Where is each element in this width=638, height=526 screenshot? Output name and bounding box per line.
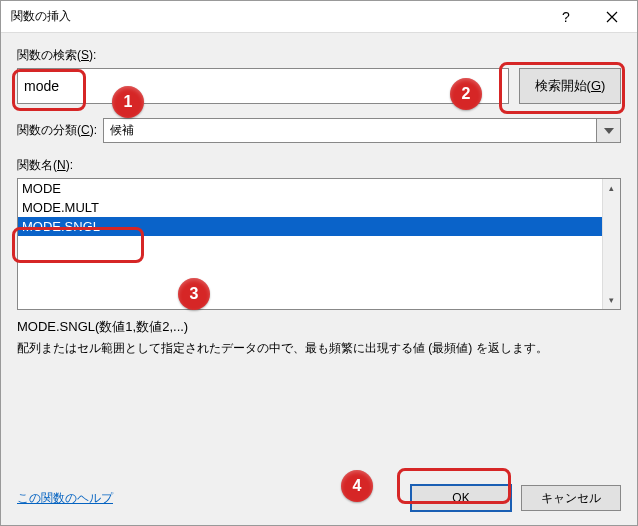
function-syntax: MODE.SNGL(数値1,数値2,...) xyxy=(17,318,621,336)
function-label-prefix: 関数名( xyxy=(17,158,57,172)
list-item[interactable]: MODE.MULT xyxy=(18,198,602,217)
insert-function-dialog: 関数の挿入 ? 関数の検索(S): 検索開始(G) 関数の分類(C): 候補 xyxy=(0,0,638,526)
scrollbar[interactable]: ▴ ▾ xyxy=(602,179,620,309)
dialog-content: 関数の検索(S): 検索開始(G) 関数の分類(C): 候補 関数名(N): M… xyxy=(1,33,637,475)
search-start-button[interactable]: 検索開始(G) xyxy=(519,68,621,104)
titlebar: 関数の挿入 ? xyxy=(1,1,637,33)
category-select[interactable]: 候補 xyxy=(103,118,621,143)
function-label-suffix: ): xyxy=(66,158,73,172)
function-label-key: N xyxy=(57,158,66,172)
list-item[interactable]: MODE xyxy=(18,179,602,198)
category-label: 関数の分類(C): xyxy=(17,122,97,139)
search-button-suffix: ) xyxy=(601,78,605,93)
search-label-suffix: ): xyxy=(89,48,96,62)
list-item[interactable]: MODE.SNGL xyxy=(18,217,602,236)
function-name-label: 関数名(N): xyxy=(17,157,621,174)
ok-button[interactable]: OK xyxy=(411,485,511,511)
search-label: 関数の検索(S): xyxy=(17,47,621,64)
chevron-down-icon[interactable] xyxy=(596,119,620,142)
scroll-up-icon[interactable]: ▴ xyxy=(603,179,620,197)
category-select-value: 候補 xyxy=(104,119,596,142)
cancel-button[interactable]: キャンセル xyxy=(521,485,621,511)
function-help-link[interactable]: この関数のヘルプ xyxy=(17,490,113,507)
search-label-prefix: 関数の検索( xyxy=(17,48,81,62)
category-label-key: C xyxy=(81,123,90,137)
scroll-down-icon[interactable]: ▾ xyxy=(603,291,620,309)
close-icon[interactable] xyxy=(589,2,635,32)
search-input[interactable] xyxy=(17,68,509,104)
dialog-title: 関数の挿入 xyxy=(11,8,543,25)
function-listbox[interactable]: MODEMODE.MULTMODE.SNGL ▴ ▾ xyxy=(17,178,621,310)
category-label-prefix: 関数の分類( xyxy=(17,123,81,137)
dialog-footer: この関数のヘルプ OK キャンセル xyxy=(1,475,637,525)
help-icon[interactable]: ? xyxy=(543,2,589,32)
function-description: 配列またはセル範囲として指定されたデータの中で、最も頻繁に出現する値 (最頻値)… xyxy=(17,340,621,357)
category-label-suffix: ): xyxy=(90,123,97,137)
search-button-prefix: 検索開始( xyxy=(535,78,591,93)
search-label-key: S xyxy=(81,48,89,62)
search-button-key: G xyxy=(591,78,601,93)
